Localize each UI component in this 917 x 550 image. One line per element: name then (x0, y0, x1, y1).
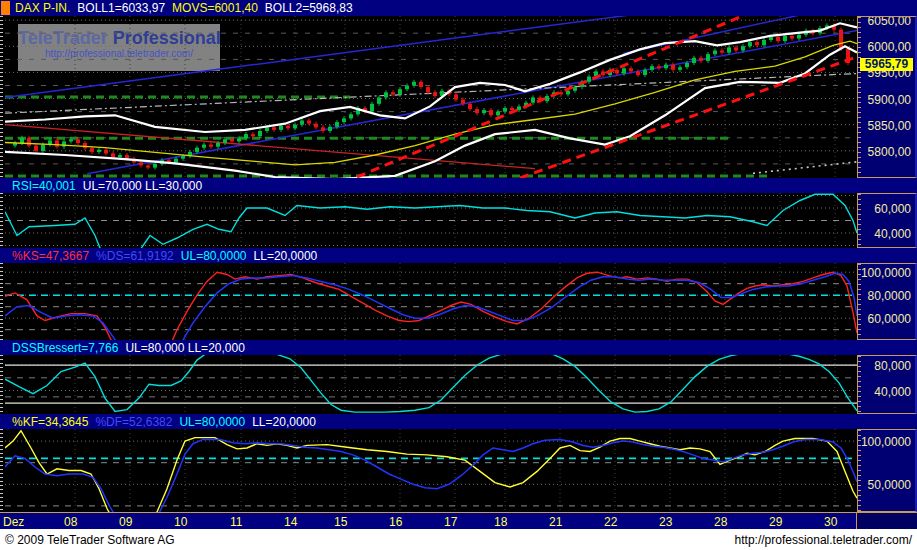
axis-label: 60,000 (874, 202, 911, 216)
date-label: Dez (3, 515, 24, 529)
axis-label: 60,0000 (868, 312, 911, 326)
last-price-tag: 5965,79 (860, 58, 913, 71)
date-label: 30 (824, 515, 837, 529)
status-bar: © 2009 TeleTrader Software AG http://pro… (0, 529, 917, 550)
rsi-axis[interactable]: 60,00040,000 (857, 193, 917, 248)
candlestick-chart[interactable] (5, 16, 857, 178)
stochastic-k-value: %KS=47,3667 (12, 249, 89, 263)
dss-row: 80,00040,000 (0, 355, 917, 414)
stochastic-plot[interactable] (5, 263, 857, 340)
kf-axis[interactable]: 100,000050,0000 (857, 429, 917, 512)
rsi-plot[interactable] (5, 193, 857, 248)
stochastic-d-value: %DS=61,9192 (96, 249, 174, 263)
date-label: 28 (714, 515, 727, 529)
stochastic-axis[interactable]: 100,000080,000060,0000 (857, 263, 917, 340)
axis-label: 5850,00 (868, 119, 911, 133)
dss-header: DSSBressert=7,766 UL=80,000 LL=20,000 (0, 340, 917, 355)
rsi-row: 60,00040,000 (0, 193, 917, 248)
date-label: 21 (549, 515, 562, 529)
kf-row: 100,000050,0000 (0, 429, 917, 512)
axis-label: 40,000 (874, 227, 911, 241)
footer-url[interactable]: http://professional.teletrader.com/ (735, 533, 912, 547)
boll2-value: BOLL2=5968,83 (265, 1, 353, 15)
axis-label: 40,000 (874, 385, 911, 399)
kf-header: %KF=34,3645 %DF=52,6382 UL=80,0000 LL=20… (0, 414, 917, 429)
movs-value: MOVS=6001,40 (172, 1, 258, 15)
axis-label: 100,0000 (861, 266, 911, 280)
date-label: 14 (284, 515, 297, 529)
axis-label: 80,0000 (868, 289, 911, 303)
date-label: 18 (494, 515, 507, 529)
main-chart-plot[interactable]: TeleTrader Professional http://professio… (5, 16, 857, 178)
axis-corner (856, 513, 917, 529)
boll1-value: BOLL1=6033,97 (77, 1, 165, 15)
date-label: 09 (119, 515, 132, 529)
kf-ll: LL=20,0000 (252, 415, 316, 429)
date-label: 10 (174, 515, 187, 529)
date-axis[interactable]: Dez080910111415161718212223282930 (0, 512, 917, 529)
price-axis[interactable]: 6050,006000,005950,005900,005850,005800,… (857, 16, 917, 178)
rsi-value: RSI=40,001 (12, 179, 76, 193)
axis-label: 6000,00 (868, 40, 911, 54)
rsi-chart[interactable] (5, 193, 857, 248)
axis-label: 80,000 (874, 359, 911, 373)
date-label: 17 (444, 515, 457, 529)
axis-label: 50,0000 (868, 478, 911, 492)
kf-plot[interactable] (5, 429, 857, 512)
chart-title-bar[interactable]: DAX P-IN. BOLL1=6033,97 MOVS=6001,40 BOL… (0, 0, 917, 16)
rsi-header: RSI=40,001 UL=70,000 LL=30,000 (0, 178, 917, 193)
date-label: 16 (389, 515, 402, 529)
kf-value: %KF=34,3645 (12, 415, 88, 429)
axis-label: 6050,00 (868, 16, 911, 28)
stochastic-ul: UL=80,0000 (181, 249, 247, 263)
drag-grip-icon[interactable] (1, 1, 10, 15)
date-label: 15 (334, 515, 347, 529)
copyright-text: © 2009 TeleTrader Software AG (5, 533, 175, 547)
stochastic-row: 100,000080,000060,0000 (0, 263, 917, 340)
kf-chart[interactable] (5, 429, 857, 512)
date-label: 22 (604, 515, 617, 529)
dss-plot[interactable] (5, 355, 857, 414)
date-label: 08 (64, 515, 77, 529)
main-chart-row: TeleTrader Professional http://professio… (0, 16, 917, 178)
stochastic-chart[interactable] (5, 263, 857, 340)
stochastic-ll: LL=20,0000 (254, 249, 318, 263)
teletrader-window: DAX P-IN. BOLL1=6033,97 MOVS=6001,40 BOL… (0, 0, 917, 550)
date-label: 29 (769, 515, 782, 529)
date-label: 11 (230, 515, 242, 529)
date-label: 23 (659, 515, 672, 529)
axis-label: 5800,00 (868, 145, 911, 159)
axis-label: 100,0000 (861, 435, 911, 449)
dss-axis[interactable]: 80,00040,000 (857, 355, 917, 414)
stochastic-header: %KS=47,3667 %DS=61,9192 UL=80,0000 LL=20… (0, 248, 917, 263)
kf-ul: UL=80,0000 (179, 415, 245, 429)
axis-label: 5900,00 (868, 93, 911, 107)
dss-chart[interactable] (5, 355, 857, 414)
rsi-params: UL=70,000 LL=30,000 (83, 179, 202, 193)
instrument-name: DAX P-IN. (15, 1, 70, 15)
dss-value: DSSBressert=7,766 (12, 341, 118, 355)
df-value: %DF=52,6382 (95, 415, 172, 429)
dss-params: UL=80,000 LL=20,000 (125, 341, 244, 355)
